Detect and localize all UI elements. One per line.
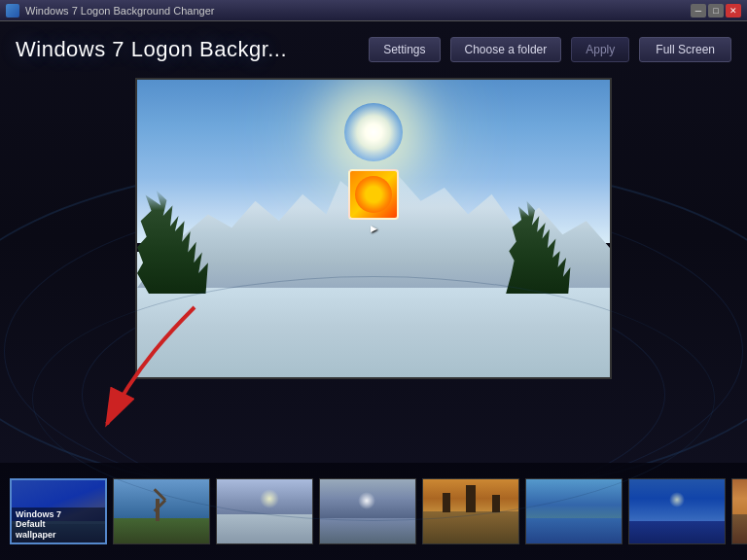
thumbnail-item-6[interactable] bbox=[525, 478, 622, 544]
sun bbox=[344, 103, 403, 161]
title-bar-controls: ─ □ ✕ bbox=[691, 4, 741, 18]
thumbnail-image-4 bbox=[319, 478, 416, 544]
apply-button[interactable]: Apply bbox=[571, 37, 629, 62]
fullscreen-button[interactable]: Full Screen bbox=[639, 37, 731, 62]
thumbnail-item-5[interactable] bbox=[422, 478, 519, 544]
thumbnail-item-1[interactable]: Windows 7Defaultwallpaper bbox=[10, 478, 107, 544]
app-window: Windows 7 Logon Backgr... Settings Choos… bbox=[0, 21, 747, 560]
thumbnail-item-2[interactable] bbox=[113, 478, 210, 544]
app-icon bbox=[6, 4, 19, 18]
thumbnail-item-4[interactable] bbox=[319, 478, 416, 544]
settings-button[interactable]: Settings bbox=[369, 37, 440, 62]
login-widget: ▶ bbox=[348, 169, 399, 233]
user-icon-flower bbox=[355, 176, 392, 213]
user-label: ▶ bbox=[371, 224, 377, 233]
thumbnail-item-7[interactable] bbox=[628, 478, 726, 544]
thumbnail-image-3 bbox=[216, 478, 313, 544]
thumbnail-image-6 bbox=[525, 478, 622, 544]
thumbnail-image-5 bbox=[422, 478, 519, 544]
preview-container: ▶ bbox=[135, 78, 612, 379]
thumbnail-image-1: Windows 7Defaultwallpaper bbox=[10, 478, 107, 544]
title-bar: Windows 7 Logon Background Changer ─ □ ✕ bbox=[0, 0, 747, 21]
thumbnail-image-8 bbox=[731, 478, 747, 544]
close-button[interactable]: ✕ bbox=[726, 4, 741, 18]
minimize-button[interactable]: ─ bbox=[691, 4, 706, 18]
thumbnail-item-8[interactable] bbox=[731, 478, 747, 544]
maximize-button[interactable]: □ bbox=[708, 4, 724, 18]
header: Windows 7 Logon Backgr... Settings Choos… bbox=[0, 21, 747, 78]
thumbnail-image-7 bbox=[628, 478, 726, 544]
choose-folder-button[interactable]: Choose a folder bbox=[450, 37, 562, 62]
app-title: Windows 7 Logon Backgr... bbox=[16, 37, 359, 62]
thumbnail-image-2 bbox=[113, 478, 210, 544]
thumbnail-strip: Windows 7Defaultwallpaper bbox=[0, 463, 747, 560]
thumbnail-item-3[interactable] bbox=[216, 478, 313, 544]
title-bar-text: Windows 7 Logon Background Changer bbox=[25, 5, 691, 17]
thumbnail-label-1: Windows 7Defaultwallpaper bbox=[12, 508, 105, 542]
user-icon bbox=[348, 169, 399, 220]
